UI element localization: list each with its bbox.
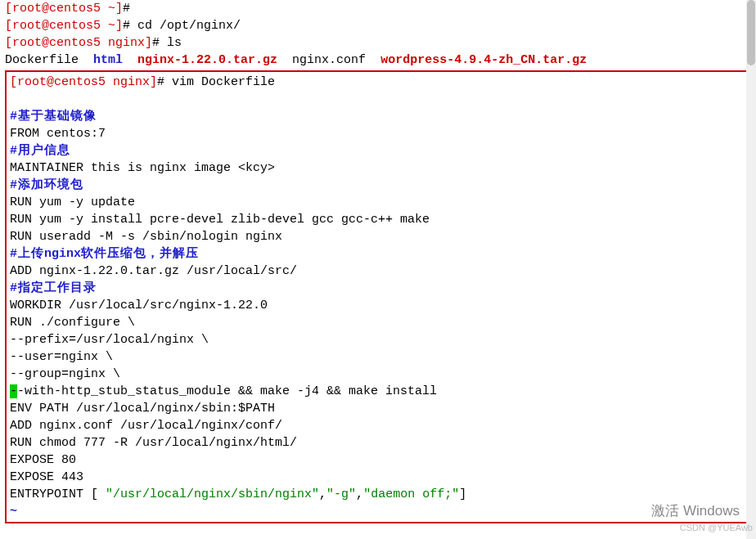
vim-tilde: ~: [10, 503, 746, 520]
file-nginx-conf: nginx.conf: [292, 53, 366, 67]
prompt-sym: #: [123, 19, 130, 33]
vim-add: ADD nginx.conf /usr/local/nginx/conf/: [10, 417, 746, 434]
vim-run: RUN yum -y update: [10, 194, 746, 211]
vim-comment: #上传nginx软件压缩包，并解压: [10, 245, 746, 263]
file-wordpress-tar: wordpress-4.9.4-zh_CN.tar.gz: [380, 53, 587, 67]
vim-comment: #用户信息: [10, 142, 746, 159]
vim-maintainer: MAINTAINER this is nginx image <kcy>: [10, 159, 746, 177]
vim-configure: --prefix=/usr/local/nginx \: [10, 331, 746, 348]
prompt-line-1[interactable]: [root@centos5 ~]# cd /opt/nginx/: [5, 17, 751, 34]
prompt-user: [root@centos5 ~]: [5, 2, 123, 16]
vim-run: RUN ./configure \: [10, 314, 746, 331]
file-dockerfile: Dockerfile: [5, 53, 79, 67]
vim-comment: #基于基础镜像: [10, 108, 746, 125]
vim-run: RUN useradd -M -s /sbin/nologin nginx: [10, 228, 746, 245]
highlight-box: [root@centos5 nginx]# vim Dockerfile #基于…: [5, 70, 751, 523]
ls-output: Dockerfile html nginx-1.22.0.tar.gz ngin…: [5, 52, 751, 69]
vim-expose: EXPOSE 80: [10, 451, 746, 469]
vim-comment: #添加环境包: [10, 177, 746, 194]
vim-comment: #指定工作目录: [10, 280, 746, 297]
scrollbar[interactable]: [746, 0, 756, 539]
vim-workdir: WORKDIR /usr/local/src/nginx-1.22.0: [10, 297, 746, 314]
prompt-sym: #: [152, 36, 160, 50]
prompt-sym: #: [157, 75, 164, 89]
vim-expose: EXPOSE 443: [10, 469, 746, 486]
vim-configure: --group=nginx \: [10, 366, 746, 383]
vim-run: RUN chmod 777 -R /usr/local/nginx/html/: [10, 434, 746, 451]
vim-run: RUN yum -y install pcre-devel zlib-devel…: [10, 211, 746, 228]
prompt-line-2[interactable]: [root@centos5 nginx]# ls: [5, 34, 751, 52]
vim-from: FROM centos:7: [10, 125, 746, 142]
prompt-user: [root@centos5 nginx]: [10, 75, 157, 89]
cmd-vim: vim Dockerfile: [164, 75, 275, 89]
vim-add: ADD nginx-1.22.0.tar.gz /usr/local/src/: [10, 263, 746, 280]
vim-entrypoint: ENTRYPOINT [ "/usr/local/nginx/sbin/ngin…: [10, 486, 746, 503]
cmd-ls: ls: [160, 36, 182, 50]
prompt-user: [root@centos5 nginx]: [5, 36, 152, 50]
scrollbar-thumb[interactable]: [747, 0, 755, 65]
prompt-line-3[interactable]: [root@centos5 nginx]# vim Dockerfile: [10, 74, 746, 91]
cmd-cd: cd /opt/nginx/: [130, 19, 241, 33]
prompt-line-0[interactable]: [root@centos5 ~]#: [5, 0, 751, 17]
prompt-user: [root@centos5 ~]: [5, 19, 123, 33]
vim-configure: --user=nginx \: [10, 348, 746, 366]
vim-blank: [10, 91, 746, 108]
terminal-output: [root@centos5 ~]# [root@centos5 ~]# cd /…: [0, 0, 756, 523]
prompt-sym: #: [123, 2, 130, 16]
dir-html: html: [93, 53, 123, 67]
vim-env: ENV PATH /usr/local/nginx/sbin:$PATH: [10, 400, 746, 417]
file-nginx-tar: nginx-1.22.0.tar.gz: [137, 53, 277, 67]
vim-cursor-line: --with-http_stub_status_module && make -…: [10, 383, 746, 400]
vim-cursor: -: [10, 384, 17, 398]
